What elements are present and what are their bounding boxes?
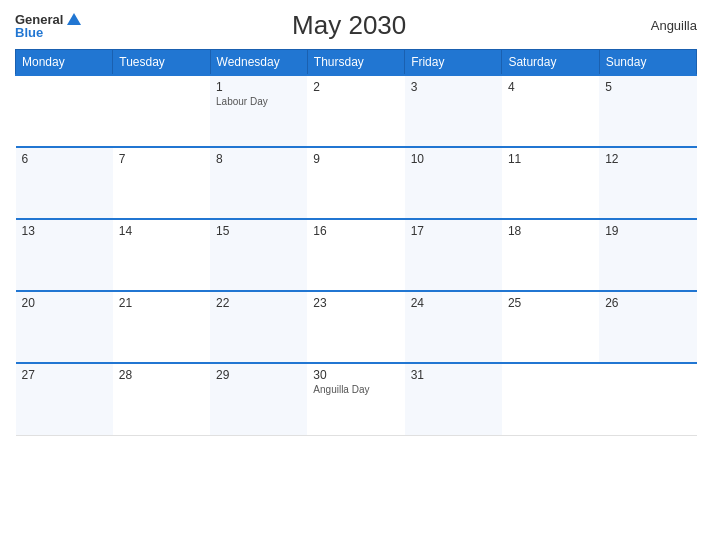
weekday-header-tuesday: Tuesday (113, 50, 210, 76)
logo-general-text: General (15, 13, 63, 26)
header: General Blue May 2030 Anguilla (15, 10, 697, 41)
calendar-cell: 5 (599, 75, 696, 147)
holiday-label: Anguilla Day (313, 384, 398, 395)
calendar-cell: 17 (405, 219, 502, 291)
calendar-cell: 2 (307, 75, 404, 147)
calendar-cell: 9 (307, 147, 404, 219)
day-number: 17 (411, 224, 496, 238)
day-number: 2 (313, 80, 398, 94)
calendar-cell: 27 (16, 363, 113, 435)
calendar-week-3: 13141516171819 (16, 219, 697, 291)
day-number: 22 (216, 296, 301, 310)
calendar-cell: 10 (405, 147, 502, 219)
day-number: 15 (216, 224, 301, 238)
calendar-cell: 6 (16, 147, 113, 219)
calendar-cell: 31 (405, 363, 502, 435)
day-number: 9 (313, 152, 398, 166)
day-number: 7 (119, 152, 204, 166)
calendar-cell: 30Anguilla Day (307, 363, 404, 435)
calendar-cell: 25 (502, 291, 599, 363)
weekday-header-friday: Friday (405, 50, 502, 76)
calendar-cell: 15 (210, 219, 307, 291)
calendar-week-2: 6789101112 (16, 147, 697, 219)
calendar-cell: 12 (599, 147, 696, 219)
weekday-header-monday: Monday (16, 50, 113, 76)
calendar-page: General Blue May 2030 Anguilla MondayTue… (0, 0, 712, 550)
day-number: 28 (119, 368, 204, 382)
weekday-header-wednesday: Wednesday (210, 50, 307, 76)
calendar-table: MondayTuesdayWednesdayThursdayFridaySatu… (15, 49, 697, 436)
calendar-cell: 26 (599, 291, 696, 363)
logo: General Blue (15, 13, 81, 39)
day-number: 5 (605, 80, 690, 94)
day-number: 6 (22, 152, 107, 166)
calendar-week-1: 1Labour Day2345 (16, 75, 697, 147)
calendar-cell: 19 (599, 219, 696, 291)
calendar-cell: 16 (307, 219, 404, 291)
calendar-week-4: 20212223242526 (16, 291, 697, 363)
calendar-cell: 1Labour Day (210, 75, 307, 147)
country-label: Anguilla (617, 18, 697, 33)
calendar-cell: 3 (405, 75, 502, 147)
day-number: 27 (22, 368, 107, 382)
day-number: 8 (216, 152, 301, 166)
calendar-cell: 29 (210, 363, 307, 435)
logo-triangle-icon (67, 13, 81, 25)
calendar-body: 1Labour Day23456789101112131415161718192… (16, 75, 697, 435)
day-number: 10 (411, 152, 496, 166)
day-number: 12 (605, 152, 690, 166)
day-number: 25 (508, 296, 593, 310)
calendar-cell: 20 (16, 291, 113, 363)
day-number: 13 (22, 224, 107, 238)
day-number: 20 (22, 296, 107, 310)
day-number: 29 (216, 368, 301, 382)
weekday-header-row: MondayTuesdayWednesdayThursdayFridaySatu… (16, 50, 697, 76)
day-number: 1 (216, 80, 301, 94)
calendar-cell: 11 (502, 147, 599, 219)
calendar-cell: 21 (113, 291, 210, 363)
day-number: 11 (508, 152, 593, 166)
calendar-header: MondayTuesdayWednesdayThursdayFridaySatu… (16, 50, 697, 76)
calendar-cell: 7 (113, 147, 210, 219)
calendar-week-5: 27282930Anguilla Day31 (16, 363, 697, 435)
day-number: 31 (411, 368, 496, 382)
calendar-cell: 4 (502, 75, 599, 147)
calendar-cell (16, 75, 113, 147)
calendar-cell: 18 (502, 219, 599, 291)
holiday-label: Labour Day (216, 96, 301, 107)
day-number: 24 (411, 296, 496, 310)
calendar-cell (599, 363, 696, 435)
calendar-cell (502, 363, 599, 435)
calendar-cell: 14 (113, 219, 210, 291)
calendar-cell: 13 (16, 219, 113, 291)
day-number: 4 (508, 80, 593, 94)
calendar-cell: 23 (307, 291, 404, 363)
day-number: 16 (313, 224, 398, 238)
weekday-header-thursday: Thursday (307, 50, 404, 76)
calendar-cell: 8 (210, 147, 307, 219)
day-number: 30 (313, 368, 398, 382)
weekday-header-saturday: Saturday (502, 50, 599, 76)
day-number: 3 (411, 80, 496, 94)
weekday-header-sunday: Sunday (599, 50, 696, 76)
calendar-title: May 2030 (81, 10, 617, 41)
day-number: 26 (605, 296, 690, 310)
day-number: 19 (605, 224, 690, 238)
calendar-cell (113, 75, 210, 147)
day-number: 14 (119, 224, 204, 238)
day-number: 18 (508, 224, 593, 238)
calendar-cell: 24 (405, 291, 502, 363)
logo-blue-text: Blue (15, 26, 81, 39)
day-number: 23 (313, 296, 398, 310)
calendar-cell: 28 (113, 363, 210, 435)
calendar-cell: 22 (210, 291, 307, 363)
day-number: 21 (119, 296, 204, 310)
